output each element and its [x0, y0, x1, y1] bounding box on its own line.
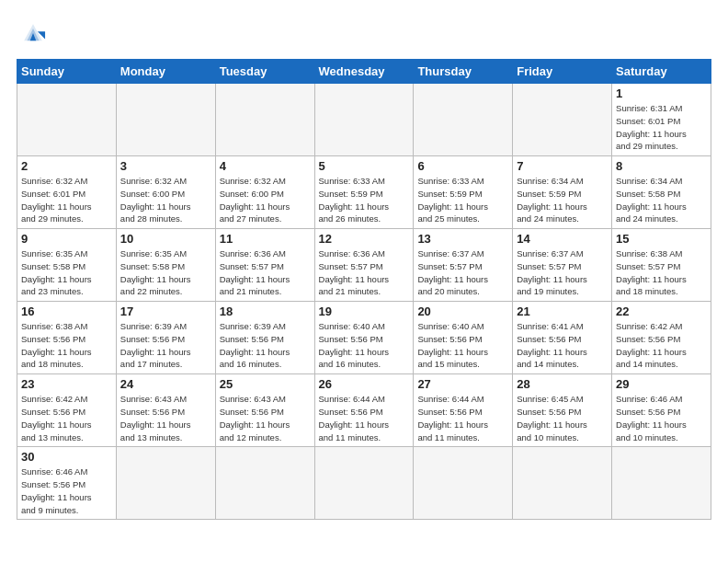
- header: [17, 17, 711, 50]
- day-info: Sunrise: 6:46 AMSunset: 5:56 PMDaylight:…: [21, 465, 112, 516]
- calendar-cell: 21Sunrise: 6:41 AMSunset: 5:56 PMDayligh…: [513, 302, 612, 374]
- calendar-week-3: 9Sunrise: 6:35 AMSunset: 5:58 PMDaylight…: [17, 229, 711, 302]
- calendar-cell: 2Sunrise: 6:32 AMSunset: 6:01 PMDaylight…: [17, 156, 117, 229]
- day-number: 23: [21, 377, 112, 391]
- calendar-cell: 9Sunrise: 6:35 AMSunset: 5:58 PMDaylight…: [17, 229, 117, 302]
- calendar-cell: 27Sunrise: 6:44 AMSunset: 5:56 PMDayligh…: [414, 374, 513, 447]
- calendar-cell: 8Sunrise: 6:34 AMSunset: 5:58 PMDaylight…: [612, 156, 711, 229]
- day-info: Sunrise: 6:40 AMSunset: 5:56 PMDaylight:…: [319, 320, 410, 371]
- day-info: Sunrise: 6:42 AMSunset: 5:56 PMDaylight:…: [21, 393, 112, 443]
- day-number: 21: [517, 304, 608, 318]
- day-number: 5: [319, 159, 410, 173]
- day-number: 19: [319, 304, 410, 318]
- day-info: Sunrise: 6:32 AMSunset: 6:00 PMDaylight:…: [220, 175, 311, 225]
- day-number: 27: [417, 377, 508, 391]
- calendar-cell: 1Sunrise: 6:31 AMSunset: 6:01 PMDaylight…: [612, 84, 711, 156]
- day-number: 8: [616, 159, 707, 173]
- calendar-cell: 7Sunrise: 6:34 AMSunset: 5:59 PMDaylight…: [513, 156, 612, 229]
- day-info: Sunrise: 6:31 AMSunset: 6:01 PMDaylight:…: [616, 102, 707, 153]
- calendar-cell: [612, 447, 711, 520]
- day-number: 12: [319, 232, 410, 246]
- day-info: Sunrise: 6:45 AMSunset: 5:56 PMDaylight:…: [517, 393, 608, 443]
- day-info: Sunrise: 6:37 AMSunset: 5:57 PMDaylight:…: [517, 247, 608, 298]
- calendar-week-6: 30Sunrise: 6:46 AMSunset: 5:56 PMDayligh…: [17, 447, 711, 520]
- calendar-cell: 11Sunrise: 6:36 AMSunset: 5:57 PMDayligh…: [215, 229, 314, 302]
- day-info: Sunrise: 6:42 AMSunset: 5:56 PMDaylight:…: [616, 320, 707, 371]
- day-info: Sunrise: 6:36 AMSunset: 5:57 PMDaylight:…: [319, 247, 410, 298]
- day-number: 3: [120, 159, 211, 173]
- calendar-cell: 4Sunrise: 6:32 AMSunset: 6:00 PMDaylight…: [215, 156, 314, 229]
- day-info: Sunrise: 6:35 AMSunset: 5:58 PMDaylight:…: [120, 247, 211, 298]
- calendar-cell: 28Sunrise: 6:45 AMSunset: 5:56 PMDayligh…: [513, 374, 612, 447]
- weekday-header-friday: Friday: [513, 60, 612, 84]
- day-number: 2: [21, 159, 112, 173]
- day-number: 13: [417, 232, 508, 246]
- calendar-cell: 13Sunrise: 6:37 AMSunset: 5:57 PMDayligh…: [414, 229, 513, 302]
- day-number: 18: [220, 304, 311, 318]
- calendar-cell: [414, 84, 513, 156]
- day-number: 25: [220, 377, 311, 391]
- day-info: Sunrise: 6:36 AMSunset: 5:57 PMDaylight:…: [220, 247, 311, 298]
- day-info: Sunrise: 6:46 AMSunset: 5:56 PMDaylight:…: [616, 393, 707, 443]
- calendar-cell: 30Sunrise: 6:46 AMSunset: 5:56 PMDayligh…: [17, 447, 117, 520]
- day-info: Sunrise: 6:38 AMSunset: 5:57 PMDaylight:…: [616, 247, 707, 298]
- calendar-cell: 12Sunrise: 6:36 AMSunset: 5:57 PMDayligh…: [314, 229, 414, 302]
- calendar-cell: 3Sunrise: 6:32 AMSunset: 6:00 PMDaylight…: [116, 156, 215, 229]
- calendar-cell: [513, 447, 612, 520]
- day-number: 9: [21, 232, 112, 246]
- calendar-cell: [513, 84, 612, 156]
- day-number: 20: [417, 304, 508, 318]
- calendar-cell: 29Sunrise: 6:46 AMSunset: 5:56 PMDayligh…: [612, 374, 711, 447]
- calendar-cell: 16Sunrise: 6:38 AMSunset: 5:56 PMDayligh…: [17, 302, 117, 374]
- weekday-header-thursday: Thursday: [414, 60, 513, 84]
- day-info: Sunrise: 6:39 AMSunset: 5:56 PMDaylight:…: [220, 320, 311, 371]
- calendar-cell: 17Sunrise: 6:39 AMSunset: 5:56 PMDayligh…: [116, 302, 215, 374]
- calendar-week-5: 23Sunrise: 6:42 AMSunset: 5:56 PMDayligh…: [17, 374, 711, 447]
- day-number: 11: [220, 232, 311, 246]
- calendar: SundayMondayTuesdayWednesdayThursdayFrid…: [17, 59, 711, 520]
- calendar-cell: [314, 447, 414, 520]
- calendar-cell: 25Sunrise: 6:43 AMSunset: 5:56 PMDayligh…: [215, 374, 314, 447]
- weekday-header-monday: Monday: [116, 60, 215, 84]
- day-number: 16: [21, 304, 112, 318]
- day-info: Sunrise: 6:43 AMSunset: 5:56 PMDaylight:…: [120, 393, 211, 443]
- day-number: 4: [220, 159, 311, 173]
- day-info: Sunrise: 6:41 AMSunset: 5:56 PMDaylight:…: [517, 320, 608, 371]
- calendar-week-1: 1Sunrise: 6:31 AMSunset: 6:01 PMDaylight…: [17, 84, 711, 156]
- day-info: Sunrise: 6:37 AMSunset: 5:57 PMDaylight:…: [417, 247, 508, 298]
- day-info: Sunrise: 6:32 AMSunset: 6:01 PMDaylight:…: [21, 175, 112, 225]
- calendar-cell: 23Sunrise: 6:42 AMSunset: 5:56 PMDayligh…: [17, 374, 117, 447]
- day-info: Sunrise: 6:44 AMSunset: 5:56 PMDaylight:…: [417, 393, 508, 443]
- day-number: 1: [616, 86, 707, 100]
- calendar-cell: 19Sunrise: 6:40 AMSunset: 5:56 PMDayligh…: [314, 302, 414, 374]
- day-number: 30: [21, 450, 112, 464]
- day-info: Sunrise: 6:33 AMSunset: 5:59 PMDaylight:…: [417, 175, 508, 225]
- day-info: Sunrise: 6:38 AMSunset: 5:56 PMDaylight:…: [21, 320, 112, 371]
- day-info: Sunrise: 6:34 AMSunset: 5:59 PMDaylight:…: [517, 175, 608, 225]
- day-number: 10: [120, 232, 211, 246]
- calendar-cell: 18Sunrise: 6:39 AMSunset: 5:56 PMDayligh…: [215, 302, 314, 374]
- weekday-header-saturday: Saturday: [612, 60, 711, 84]
- day-number: 14: [517, 232, 608, 246]
- day-number: 22: [616, 304, 707, 318]
- day-info: Sunrise: 6:32 AMSunset: 6:00 PMDaylight:…: [120, 175, 211, 225]
- calendar-cell: 26Sunrise: 6:44 AMSunset: 5:56 PMDayligh…: [314, 374, 414, 447]
- calendar-week-4: 16Sunrise: 6:38 AMSunset: 5:56 PMDayligh…: [17, 302, 711, 374]
- day-info: Sunrise: 6:34 AMSunset: 5:58 PMDaylight:…: [616, 175, 707, 225]
- calendar-cell: [116, 84, 215, 156]
- day-number: 15: [616, 232, 707, 246]
- day-number: 29: [616, 377, 707, 391]
- calendar-cell: [215, 447, 314, 520]
- day-number: 7: [517, 159, 608, 173]
- day-info: Sunrise: 6:40 AMSunset: 5:56 PMDaylight:…: [417, 320, 508, 371]
- weekday-header-sunday: Sunday: [17, 60, 117, 84]
- logo-icon: [17, 17, 50, 50]
- day-info: Sunrise: 6:44 AMSunset: 5:56 PMDaylight:…: [319, 393, 410, 443]
- day-number: 28: [517, 377, 608, 391]
- calendar-cell: [17, 84, 117, 156]
- day-number: 17: [120, 304, 211, 318]
- logo: [17, 17, 55, 50]
- day-number: 24: [120, 377, 211, 391]
- weekday-row: SundayMondayTuesdayWednesdayThursdayFrid…: [17, 60, 711, 84]
- calendar-cell: 6Sunrise: 6:33 AMSunset: 5:59 PMDaylight…: [414, 156, 513, 229]
